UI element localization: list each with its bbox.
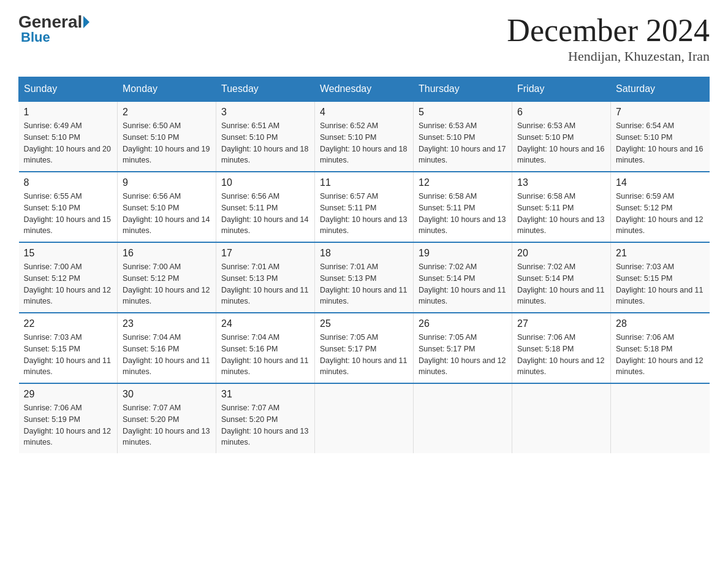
day-info: Sunrise: 6:58 AMSunset: 5:11 PMDaylight:…: [517, 191, 605, 237]
day-info: Sunrise: 6:52 AMSunset: 5:10 PMDaylight:…: [320, 120, 408, 166]
calendar-cell: 22Sunrise: 7:03 AMSunset: 5:15 PMDayligh…: [19, 313, 118, 383]
day-info: Sunrise: 7:02 AMSunset: 5:14 PMDaylight:…: [517, 261, 605, 307]
day-info: Sunrise: 6:55 AMSunset: 5:10 PMDaylight:…: [24, 191, 113, 237]
day-info: Sunrise: 7:00 AMSunset: 5:12 PMDaylight:…: [123, 261, 211, 307]
calendar-week-row: 29Sunrise: 7:06 AMSunset: 5:19 PMDayligh…: [19, 383, 710, 453]
calendar-week-row: 15Sunrise: 7:00 AMSunset: 5:12 PMDayligh…: [19, 242, 710, 313]
day-info: Sunrise: 6:53 AMSunset: 5:10 PMDaylight:…: [419, 120, 507, 166]
calendar-cell: [512, 383, 611, 453]
day-info: Sunrise: 7:04 AMSunset: 5:16 PMDaylight:…: [221, 332, 309, 378]
header-friday: Friday: [512, 77, 611, 102]
logo-arrow-icon: [83, 16, 89, 28]
day-number: 17: [221, 248, 309, 259]
day-number: 27: [517, 318, 605, 329]
calendar-cell: 7Sunrise: 6:54 AMSunset: 5:10 PMDaylight…: [611, 101, 710, 172]
day-info: Sunrise: 6:49 AMSunset: 5:10 PMDaylight:…: [24, 120, 113, 166]
day-number: 22: [24, 318, 113, 329]
calendar-cell: 31Sunrise: 7:07 AMSunset: 5:20 PMDayligh…: [216, 383, 315, 453]
header-sunday: Sunday: [19, 77, 118, 102]
day-number: 10: [221, 177, 309, 188]
day-number: 14: [616, 177, 705, 188]
header-thursday: Thursday: [414, 77, 512, 102]
calendar-cell: 28Sunrise: 7:06 AMSunset: 5:18 PMDayligh…: [611, 313, 710, 383]
calendar-cell: [414, 383, 512, 453]
day-info: Sunrise: 6:56 AMSunset: 5:10 PMDaylight:…: [123, 191, 211, 237]
calendar-cell: 11Sunrise: 6:57 AMSunset: 5:11 PMDayligh…: [315, 172, 414, 242]
day-number: 9: [123, 177, 211, 188]
day-info: Sunrise: 7:01 AMSunset: 5:13 PMDaylight:…: [320, 261, 408, 307]
calendar-week-row: 1Sunrise: 6:49 AMSunset: 5:10 PMDaylight…: [19, 101, 710, 172]
calendar-cell: 15Sunrise: 7:00 AMSunset: 5:12 PMDayligh…: [19, 242, 118, 313]
calendar-cell: 27Sunrise: 7:06 AMSunset: 5:18 PMDayligh…: [512, 313, 611, 383]
day-number: 11: [320, 177, 408, 188]
day-number: 13: [517, 177, 605, 188]
calendar-cell: 3Sunrise: 6:51 AMSunset: 5:10 PMDaylight…: [216, 101, 315, 172]
day-info: Sunrise: 6:54 AMSunset: 5:10 PMDaylight:…: [616, 120, 705, 166]
calendar-cell: 19Sunrise: 7:02 AMSunset: 5:14 PMDayligh…: [414, 242, 512, 313]
day-info: Sunrise: 6:57 AMSunset: 5:11 PMDaylight:…: [320, 191, 408, 237]
day-number: 15: [24, 248, 113, 259]
calendar-cell: 23Sunrise: 7:04 AMSunset: 5:16 PMDayligh…: [118, 313, 216, 383]
calendar-cell: 14Sunrise: 6:59 AMSunset: 5:12 PMDayligh…: [611, 172, 710, 242]
day-info: Sunrise: 7:06 AMSunset: 5:18 PMDaylight:…: [616, 332, 705, 378]
header-tuesday: Tuesday: [216, 77, 315, 102]
day-info: Sunrise: 7:03 AMSunset: 5:15 PMDaylight:…: [24, 332, 113, 378]
day-number: 31: [221, 389, 309, 400]
day-info: Sunrise: 7:00 AMSunset: 5:12 PMDaylight:…: [24, 261, 113, 307]
calendar-cell: 5Sunrise: 6:53 AMSunset: 5:10 PMDaylight…: [414, 101, 512, 172]
day-number: 16: [123, 248, 211, 259]
day-number: 7: [616, 107, 705, 118]
calendar-cell: 20Sunrise: 7:02 AMSunset: 5:14 PMDayligh…: [512, 242, 611, 313]
day-info: Sunrise: 7:02 AMSunset: 5:14 PMDaylight:…: [419, 261, 507, 307]
day-number: 28: [616, 318, 705, 329]
day-number: 25: [320, 318, 408, 329]
calendar-cell: 21Sunrise: 7:03 AMSunset: 5:15 PMDayligh…: [611, 242, 710, 313]
day-number: 19: [419, 248, 507, 259]
day-info: Sunrise: 6:53 AMSunset: 5:10 PMDaylight:…: [517, 120, 605, 166]
calendar-header-row: SundayMondayTuesdayWednesdayThursdayFrid…: [19, 77, 710, 102]
day-info: Sunrise: 6:59 AMSunset: 5:12 PMDaylight:…: [616, 191, 705, 237]
calendar-cell: 12Sunrise: 6:58 AMSunset: 5:11 PMDayligh…: [414, 172, 512, 242]
header-monday: Monday: [118, 77, 216, 102]
day-number: 21: [616, 248, 705, 259]
calendar-cell: 1Sunrise: 6:49 AMSunset: 5:10 PMDaylight…: [19, 101, 118, 172]
calendar-cell: 6Sunrise: 6:53 AMSunset: 5:10 PMDaylight…: [512, 101, 611, 172]
header-wednesday: Wednesday: [315, 77, 414, 102]
calendar-week-row: 8Sunrise: 6:55 AMSunset: 5:10 PMDaylight…: [19, 172, 710, 242]
calendar-cell: 26Sunrise: 7:05 AMSunset: 5:17 PMDayligh…: [414, 313, 512, 383]
day-number: 1: [24, 107, 113, 118]
day-info: Sunrise: 7:04 AMSunset: 5:16 PMDaylight:…: [123, 332, 211, 378]
month-title: December 2024: [507, 12, 710, 48]
day-info: Sunrise: 7:06 AMSunset: 5:19 PMDaylight:…: [24, 402, 113, 448]
day-number: 26: [419, 318, 507, 329]
calendar-cell: 2Sunrise: 6:50 AMSunset: 5:10 PMDaylight…: [118, 101, 216, 172]
calendar-cell: 4Sunrise: 6:52 AMSunset: 5:10 PMDaylight…: [315, 101, 414, 172]
day-info: Sunrise: 7:05 AMSunset: 5:17 PMDaylight:…: [419, 332, 507, 378]
day-number: 4: [320, 107, 408, 118]
day-number: 12: [419, 177, 507, 188]
day-info: Sunrise: 7:01 AMSunset: 5:13 PMDaylight:…: [221, 261, 309, 307]
day-number: 20: [517, 248, 605, 259]
title-section: December 2024 Hendijan, Khuzestan, Iran: [507, 12, 710, 64]
day-info: Sunrise: 7:03 AMSunset: 5:15 PMDaylight:…: [616, 261, 705, 307]
day-number: 5: [419, 107, 507, 118]
calendar-cell: [611, 383, 710, 453]
calendar-cell: 18Sunrise: 7:01 AMSunset: 5:13 PMDayligh…: [315, 242, 414, 313]
calendar-cell: 10Sunrise: 6:56 AMSunset: 5:11 PMDayligh…: [216, 172, 315, 242]
day-number: 18: [320, 248, 408, 259]
logo-blue-text: Blue: [21, 29, 50, 45]
calendar-cell: 8Sunrise: 6:55 AMSunset: 5:10 PMDaylight…: [19, 172, 118, 242]
calendar-table: SundayMondayTuesdayWednesdayThursdayFrid…: [18, 77, 710, 453]
day-number: 3: [221, 107, 309, 118]
day-number: 23: [123, 318, 211, 329]
day-info: Sunrise: 6:56 AMSunset: 5:11 PMDaylight:…: [221, 191, 309, 237]
calendar-cell: 9Sunrise: 6:56 AMSunset: 5:10 PMDaylight…: [118, 172, 216, 242]
day-number: 29: [24, 389, 113, 400]
logo: General Blue: [18, 12, 91, 45]
day-info: Sunrise: 7:05 AMSunset: 5:17 PMDaylight:…: [320, 332, 408, 378]
day-info: Sunrise: 6:58 AMSunset: 5:11 PMDaylight:…: [419, 191, 507, 237]
day-info: Sunrise: 7:07 AMSunset: 5:20 PMDaylight:…: [123, 402, 211, 448]
calendar-cell: [315, 383, 414, 453]
day-info: Sunrise: 7:07 AMSunset: 5:20 PMDaylight:…: [221, 402, 309, 448]
page-header: General Blue December 2024 Hendijan, Khu…: [18, 12, 710, 64]
